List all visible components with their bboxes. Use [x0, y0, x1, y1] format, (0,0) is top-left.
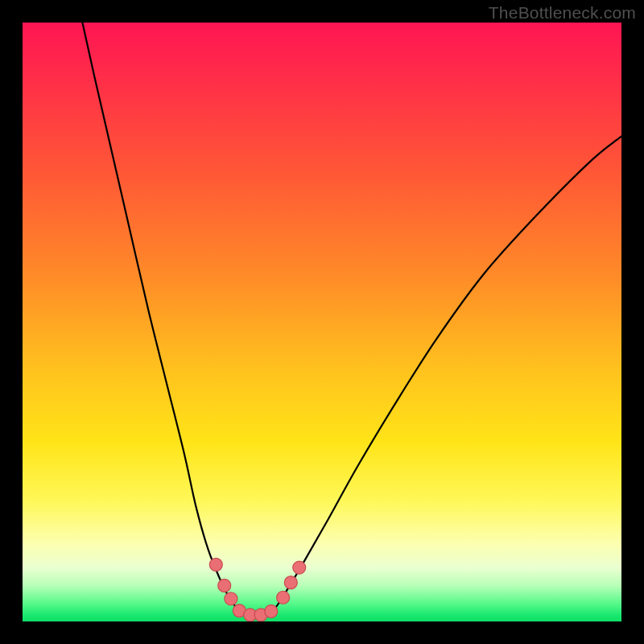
curve-layer — [82, 23, 621, 616]
data-marker — [218, 579, 231, 592]
bottleneck-curve — [82, 23, 621, 616]
data-marker — [225, 592, 237, 605]
data-marker — [277, 591, 290, 604]
data-marker — [293, 561, 306, 574]
plot-area — [23, 23, 621, 621]
marker-layer — [209, 558, 305, 621]
data-marker — [284, 576, 297, 589]
data-marker — [265, 605, 278, 617]
data-marker — [209, 558, 222, 571]
chart-svg — [23, 23, 621, 621]
chart-frame: TheBottleneck.com — [0, 0, 644, 644]
watermark-text: TheBottleneck.com — [489, 3, 636, 23]
